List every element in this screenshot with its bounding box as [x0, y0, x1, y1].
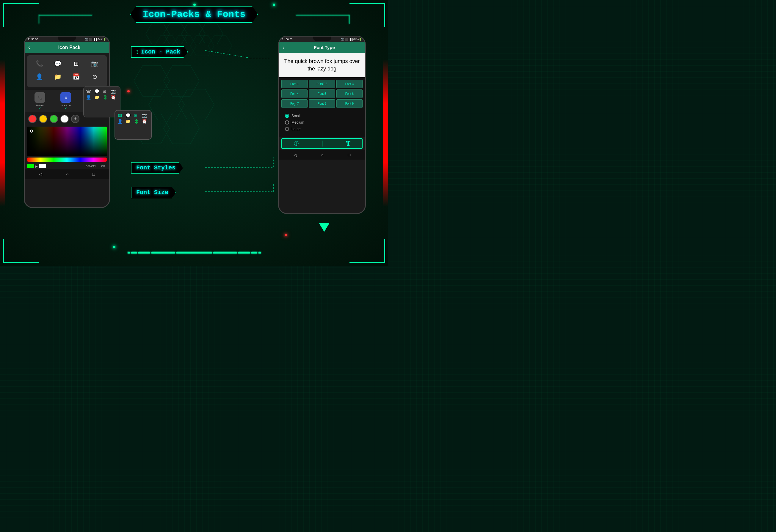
- arrow-icon: ▶: [35, 165, 38, 168]
- radio-large-circle: [285, 127, 289, 131]
- icon-row-1: 📞 💬 ⊞ 📷: [30, 58, 104, 69]
- outline-icon-grid: ☎ 💬 ⊞ 📷 👤 📁 💲 ⏰: [86, 89, 118, 99]
- glow-dot-red-1: [127, 90, 130, 92]
- svg-marker-8: [134, 65, 170, 96]
- font-1-btn[interactable]: Font 1: [281, 80, 308, 88]
- gr-phone: ☎: [118, 113, 124, 118]
- font-2-btn[interactable]: FONT 2: [309, 80, 335, 88]
- ol-folder: 📁: [94, 95, 102, 99]
- bar-seg-9: [258, 252, 261, 254]
- page-title: Icon-Packs & Fonts: [143, 9, 246, 20]
- side-bar-left: [0, 59, 5, 207]
- back-button-right[interactable]: ‹: [282, 44, 284, 50]
- color-preview-green: [27, 164, 34, 168]
- radio-small-circle: [285, 114, 289, 118]
- bar-seg-4: [151, 252, 175, 254]
- bar-seg-5: [176, 252, 212, 254]
- svg-marker-13: [164, 113, 199, 144]
- ol-phone: ☎: [86, 89, 93, 94]
- circuit-line-2: [39, 15, 39, 24]
- font-size-section: Small Medium Large: [279, 110, 365, 137]
- calendar-icon[interactable]: 📅: [71, 71, 81, 82]
- add-color-button[interactable]: +: [71, 115, 79, 123]
- font-styles-banner: Font Styles: [131, 162, 183, 174]
- glow-dot-green-2: [273, 4, 275, 6]
- nav-recent-right[interactable]: □: [348, 153, 350, 157]
- glow-dot-green-1: [193, 4, 196, 6]
- circuit-line-3: [296, 15, 350, 15]
- cancel-button[interactable]: CANCEL: [83, 164, 98, 168]
- font-8-btn[interactable]: Font 8: [309, 99, 335, 108]
- more-icon[interactable]: ⊙: [89, 71, 100, 82]
- phone-icon[interactable]: 📞: [34, 58, 45, 69]
- circuit-line-1: [39, 15, 92, 15]
- ok-button[interactable]: OK: [100, 164, 107, 168]
- nav-home-right[interactable]: ○: [321, 153, 324, 157]
- phone-right: 11:56:28 📷 ⬛ ▐▐ 84%🔋 ‹ Font Type The qui…: [278, 36, 366, 214]
- font-5-btn[interactable]: Font 5: [309, 89, 335, 98]
- status-icons-right: 📷 ⬛ ▐▐ 84%🔋: [341, 38, 362, 41]
- font-6-btn[interactable]: Font 6: [336, 89, 363, 98]
- bar-seg-1: [128, 252, 130, 254]
- font-4-btn[interactable]: Font 4: [281, 89, 308, 98]
- radio-small-dot: [286, 115, 288, 117]
- phone-nav-bar-left: ◁ ○ □: [25, 170, 109, 179]
- bottom-bar: [120, 248, 268, 257]
- icon-grid-section: 📞 💬 ⊞ 📷 👤 📁 📅 ⊙: [27, 55, 107, 87]
- camera-icon[interactable]: 📷: [89, 58, 100, 69]
- swatch-red[interactable]: [28, 115, 37, 123]
- corner-decoration-br: [350, 239, 385, 263]
- message-icon[interactable]: 💬: [52, 58, 63, 69]
- font-type-header: ‹ Font Type: [279, 42, 365, 53]
- bar-seg-2: [131, 252, 137, 254]
- person-icon[interactable]: 👤: [34, 71, 45, 82]
- icon-type-line[interactable]: ⊞ Line Icon ✓: [60, 92, 71, 110]
- status-time-right: 11:56:28: [282, 38, 293, 41]
- icon-type-default[interactable]: 📞 Default ✓: [34, 92, 45, 110]
- swatch-yellow[interactable]: [39, 115, 47, 123]
- radio-small-label: Small: [292, 114, 301, 118]
- folder-icon[interactable]: 📁: [52, 71, 63, 82]
- swatch-green[interactable]: [50, 115, 58, 123]
- nav-home-left[interactable]: ○: [66, 172, 68, 177]
- bar-seg-3: [138, 252, 150, 254]
- hue-bar[interactable]: [27, 158, 107, 162]
- back-button-left[interactable]: ‹: [28, 44, 30, 50]
- radio-medium[interactable]: Medium: [285, 120, 359, 124]
- bar-seg-8: [251, 252, 257, 254]
- icon-pack-banner: ⟫ Icon - Pack: [131, 46, 188, 58]
- nav-recent-left[interactable]: □: [92, 172, 95, 177]
- triangle-arrow: [319, 223, 330, 232]
- toolbar-divider: [322, 141, 323, 147]
- ol-clock: ⏰: [111, 95, 118, 99]
- phone-left: 11:56:38 📷 ⬛ ▐▐ 84%🔋 ‹ Icon Pack 📞 💬 ⊞ 📷…: [24, 36, 110, 208]
- radio-large[interactable]: Large: [285, 127, 359, 131]
- phone-notch-right: [313, 37, 331, 41]
- gr-msg: 💬: [126, 113, 132, 118]
- status-icons-left: 📷 ⬛ ▐▐ 84%🔋: [85, 38, 106, 41]
- color-picker-area[interactable]: [27, 126, 107, 156]
- swatch-white[interactable]: [60, 115, 69, 123]
- ol-msg: 💬: [94, 89, 102, 94]
- toolbar-font-icon[interactable]: 𝐓: [346, 140, 350, 148]
- font-toolbar: Ⓣ 𝐓: [281, 138, 363, 149]
- corner-decoration-bl: [3, 239, 39, 263]
- color-hex-row: ▶ CANCEL OK: [25, 163, 109, 170]
- font-size-banner: Font Size: [131, 187, 176, 198]
- ol-person: 👤: [86, 95, 93, 99]
- gr-person: 👤: [118, 119, 124, 123]
- toolbar-text-icon[interactable]: Ⓣ: [294, 141, 299, 147]
- line-icon-label: Line Icon: [61, 104, 70, 107]
- bar-seg-6: [213, 252, 237, 254]
- status-time-left: 11:56:38: [28, 38, 38, 41]
- font-3-btn[interactable]: Font 3: [336, 80, 363, 88]
- ol-cam: 📷: [111, 89, 118, 94]
- font-9-btn[interactable]: Font 9: [336, 99, 363, 108]
- font-grid: Font 1 FONT 2 Font 3 Font 4 Font 5 Font …: [279, 77, 365, 110]
- nav-back-right[interactable]: ◁: [294, 153, 297, 157]
- radio-small[interactable]: Small: [285, 114, 359, 118]
- gr-cam: 📷: [142, 113, 149, 118]
- font-7-btn[interactable]: Font 7: [281, 99, 308, 108]
- nav-back-left[interactable]: ◁: [39, 172, 42, 177]
- apps-icon[interactable]: ⊞: [71, 58, 81, 69]
